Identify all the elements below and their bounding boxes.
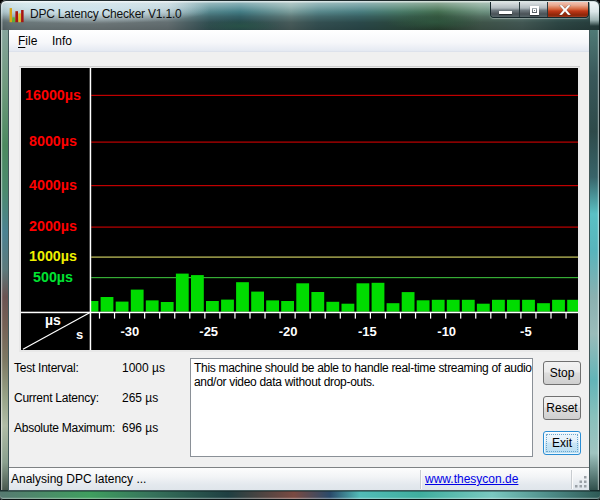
svg-text:1000µs: 1000µs	[29, 247, 77, 264]
svg-text:-30: -30	[120, 324, 139, 339]
svg-text:500µs: 500µs	[33, 268, 73, 285]
svg-text:-15: -15	[358, 324, 377, 339]
svg-text:2000µs: 2000µs	[29, 217, 77, 234]
svg-text:-20: -20	[279, 324, 298, 339]
svg-text:8000µs: 8000µs	[29, 132, 77, 149]
svg-text:-5: -5	[520, 324, 532, 339]
svg-text:4000µs: 4000µs	[29, 176, 77, 193]
svg-text:16000µs: 16000µs	[25, 86, 81, 103]
svg-text:µs: µs	[45, 312, 61, 328]
svg-text:s: s	[76, 327, 83, 342]
svg-text:-10: -10	[437, 324, 456, 339]
svg-text:-25: -25	[199, 324, 218, 339]
